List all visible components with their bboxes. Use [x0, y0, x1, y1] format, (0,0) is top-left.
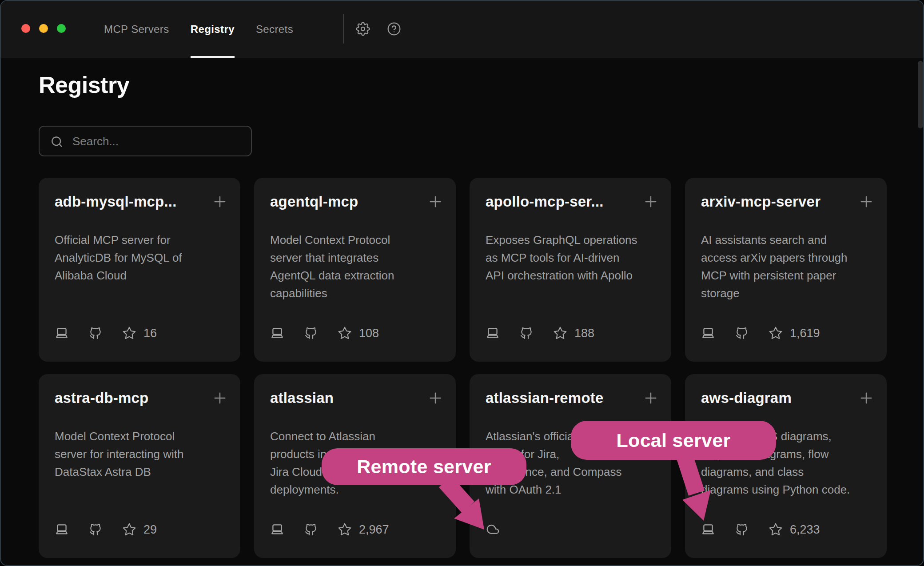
tab-secrets[interactable]: Secrets: [256, 1, 293, 58]
star-group: 29: [122, 522, 157, 537]
card-footer: 108: [270, 326, 379, 340]
card-footer: 16: [55, 326, 157, 340]
star-group: 6,233: [769, 522, 820, 537]
star-count: 2,967: [359, 523, 389, 537]
add-server-button[interactable]: [643, 390, 659, 406]
page-title: Registry: [39, 72, 129, 98]
add-server-button[interactable]: [427, 390, 443, 406]
server-card[interactable]: aws-diagram Generate AWS diagrams, seque…: [685, 374, 887, 558]
card-footer: 1,619: [701, 326, 820, 340]
star-icon: [122, 522, 136, 537]
help-icon[interactable]: [387, 22, 401, 36]
titlebar: MCP Servers Registry Secrets: [1, 1, 923, 58]
local-server-callout: Local server: [571, 421, 776, 460]
traffic-lights: [21, 24, 66, 33]
card-title: atlassian-remote: [486, 389, 603, 407]
github-icon: [735, 326, 749, 340]
github-icon: [88, 522, 103, 537]
server-card[interactable]: agentql-mcp Model Context Protocol serve…: [254, 178, 456, 362]
laptop-icon: [486, 326, 500, 340]
laptop-icon: [270, 522, 284, 537]
github-icon: [88, 326, 103, 340]
cloud-icon: [486, 522, 500, 537]
card-header: atlassian-remote: [470, 374, 671, 407]
settings-gear-icon[interactable]: [356, 22, 370, 36]
github-icon: [735, 522, 749, 537]
card-description: Exposes GraphQL operations as MCP tools …: [486, 231, 661, 284]
star-count: 6,233: [790, 523, 820, 537]
card-header: aws-diagram: [685, 374, 887, 407]
card-title: atlassian: [270, 389, 334, 407]
card-footer: 29: [55, 522, 157, 537]
star-group: 1,619: [769, 326, 820, 340]
star-icon: [769, 326, 783, 340]
star-icon: [338, 522, 352, 537]
laptop-icon: [55, 326, 69, 340]
server-card[interactable]: arxiv-mcp-server AI assistants search an…: [685, 178, 887, 362]
star-group: 2,967: [338, 522, 389, 537]
search-input[interactable]: [72, 127, 247, 156]
github-icon: [304, 522, 318, 537]
card-header: atlassian: [254, 374, 456, 407]
card-title: adb-mysql-mcp...: [55, 193, 177, 211]
card-description: AI assistants search and access arXiv pa…: [701, 231, 876, 302]
card-header: apollo-mcp-ser...: [470, 178, 671, 211]
card-title: apollo-mcp-ser...: [486, 193, 604, 211]
zoom-window-button[interactable]: [57, 24, 66, 33]
add-server-button[interactable]: [427, 194, 443, 210]
card-footer: 2,967: [270, 522, 389, 537]
star-icon: [338, 326, 352, 340]
card-header: astra-db-mcp: [39, 374, 240, 407]
tab-registry[interactable]: Registry: [191, 1, 235, 58]
card-description: Model Context Protocol server that integ…: [270, 231, 445, 302]
card-header: agentql-mcp: [254, 178, 456, 211]
card-footer: 188: [486, 326, 594, 340]
star-count: 1,619: [790, 327, 820, 340]
card-description: Official MCP server for AnalyticDB for M…: [55, 231, 230, 284]
server-card[interactable]: adb-mysql-mcp... Official MCP server for…: [39, 178, 240, 362]
laptop-icon: [270, 326, 284, 340]
search-box: [39, 126, 252, 156]
app-window: MCP Servers Registry Secrets Registry: [0, 0, 924, 566]
card-header: arxiv-mcp-server: [685, 178, 887, 211]
github-icon: [304, 326, 318, 340]
card-footer: [486, 522, 500, 537]
remote-server-callout: Remote server: [322, 448, 526, 485]
server-card[interactable]: apollo-mcp-ser... Exposes GraphQL operat…: [470, 178, 671, 362]
main-nav: MCP Servers Registry Secrets: [104, 1, 293, 58]
star-group: 188: [553, 326, 594, 340]
card-description: Model Context Protocol server for intera…: [55, 427, 230, 481]
server-card[interactable]: astra-db-mcp Model Context Protocol serv…: [39, 374, 240, 558]
registry-grid: adb-mysql-mcp... Official MCP server for…: [39, 178, 887, 558]
add-server-button[interactable]: [858, 390, 874, 406]
card-title: agentql-mcp: [270, 193, 358, 211]
card-footer: 6,233: [701, 522, 820, 537]
card-title: aws-diagram: [701, 389, 792, 407]
github-icon: [519, 326, 534, 340]
laptop-icon: [701, 326, 715, 340]
add-server-button[interactable]: [858, 194, 874, 210]
star-count: 16: [143, 327, 157, 340]
card-title: arxiv-mcp-server: [701, 193, 820, 211]
tab-mcp-servers[interactable]: MCP Servers: [104, 1, 169, 58]
laptop-icon: [701, 522, 715, 537]
star-group: 108: [338, 326, 379, 340]
minimize-window-button[interactable]: [39, 24, 48, 33]
close-window-button[interactable]: [21, 24, 30, 33]
add-server-button[interactable]: [212, 390, 228, 406]
add-server-button[interactable]: [212, 194, 228, 210]
star-icon: [553, 326, 567, 340]
star-count: 108: [359, 327, 379, 340]
toolbar-divider: [343, 14, 344, 44]
laptop-icon: [55, 522, 69, 537]
star-count: 188: [574, 327, 594, 340]
star-icon: [769, 522, 783, 537]
star-count: 29: [143, 523, 157, 537]
star-icon: [122, 326, 136, 340]
scrollbar-thumb[interactable]: [918, 61, 923, 128]
add-server-button[interactable]: [643, 194, 659, 210]
card-header: adb-mysql-mcp...: [39, 178, 240, 211]
card-title: astra-db-mcp: [55, 389, 148, 407]
search-icon: [50, 135, 64, 148]
star-group: 16: [122, 326, 157, 340]
